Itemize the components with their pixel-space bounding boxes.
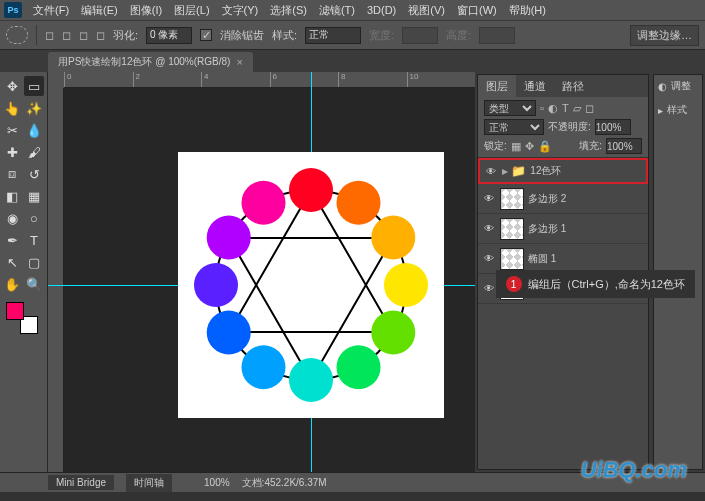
visibility-icon[interactable]: 👁: [482, 253, 496, 264]
fg-color-swatch[interactable]: [6, 302, 24, 320]
document-tab[interactable]: 用PS快速绘制12色环 @ 100%(RGB/8) ×: [48, 52, 253, 72]
layer-polygon2[interactable]: 👁 多边形 2: [478, 184, 648, 214]
filter-shape-icon[interactable]: ▱: [573, 102, 581, 115]
shape-tool[interactable]: ▢: [24, 252, 44, 272]
layer-kind[interactable]: 类型: [484, 100, 536, 116]
crop-tool[interactable]: ✂: [2, 120, 22, 140]
layer-thumb: [500, 218, 524, 240]
fill-input[interactable]: [606, 138, 642, 154]
selection-int-icon[interactable]: ◻: [96, 29, 105, 42]
ruler-horizontal: 0246810: [64, 72, 475, 88]
ruler-vertical: [48, 88, 64, 472]
svg-point-0: [216, 190, 406, 380]
selection-add-icon[interactable]: ◻: [62, 29, 71, 42]
menu-filter[interactable]: 滤镜(T): [314, 1, 360, 20]
svg-point-5: [371, 216, 415, 260]
tab-adjust[interactable]: ◐调整: [658, 79, 698, 93]
heal-tool[interactable]: ✚: [2, 142, 22, 162]
visibility-icon[interactable]: 👁: [482, 193, 496, 204]
selection-sub-icon[interactable]: ◻: [79, 29, 88, 42]
dodge-tool[interactable]: ○: [24, 208, 44, 228]
canvas-area[interactable]: 0246810: [48, 72, 475, 472]
lock-pixels-icon[interactable]: ▦: [511, 140, 521, 153]
blend-mode[interactable]: 正常: [484, 119, 544, 135]
lasso-tool[interactable]: 👆: [2, 98, 22, 118]
antialias-check[interactable]: ✓: [200, 29, 212, 41]
menu-edit[interactable]: 编辑(E): [76, 1, 123, 20]
tab-minibridge[interactable]: Mini Bridge: [48, 475, 114, 490]
filter-type-icon[interactable]: T: [562, 102, 569, 114]
color-wheel: [178, 152, 444, 418]
annotation-number: 1: [506, 276, 522, 292]
layer-name[interactable]: 多边形 2: [528, 192, 644, 206]
layer-name[interactable]: 12色环: [530, 164, 642, 178]
annotation-callout: 1 编组后（Ctrl+G）,命名为12色环: [496, 270, 695, 298]
menu-image[interactable]: 图像(I): [125, 1, 167, 20]
feather-input[interactable]: [146, 27, 192, 44]
zoom-tool[interactable]: 🔍: [24, 274, 44, 294]
history-brush[interactable]: ↺: [24, 164, 44, 184]
hand-tool[interactable]: ✋: [2, 274, 22, 294]
eyedropper-tool[interactable]: 💧: [24, 120, 44, 140]
document-title: 用PS快速绘制12色环 @ 100%(RGB/8): [58, 55, 230, 69]
width-label: 宽度:: [369, 28, 394, 43]
wand-tool[interactable]: ✨: [24, 98, 44, 118]
stamp-tool[interactable]: ⧈: [2, 164, 22, 184]
lock-all-icon[interactable]: 🔒: [538, 140, 552, 153]
filter-smart-icon[interactable]: ◻: [585, 102, 594, 115]
annotation-text: 编组后（Ctrl+G）,命名为12色环: [528, 277, 685, 292]
marquee-tool[interactable]: ▭: [24, 76, 44, 96]
lock-pos-icon[interactable]: ✥: [525, 140, 534, 153]
layer-name[interactable]: 多边形 1: [528, 222, 644, 236]
tab-layers[interactable]: 图层: [478, 75, 516, 98]
layer-group-12color[interactable]: 👁 ▸ 📁 12色环: [478, 158, 648, 184]
svg-point-12: [194, 263, 238, 307]
visibility-icon[interactable]: 👁: [484, 166, 498, 177]
color-swatches[interactable]: [6, 302, 38, 334]
artboard: [178, 152, 444, 418]
tab-timeline[interactable]: 时间轴: [126, 474, 172, 492]
tab-paths[interactable]: 路径: [554, 75, 592, 98]
tab-channels[interactable]: 通道: [516, 75, 554, 98]
style-select[interactable]: [305, 27, 361, 44]
selection-new-icon[interactable]: ◻: [45, 29, 54, 42]
antialias-label: 消除锯齿: [220, 28, 264, 43]
menu-layer[interactable]: 图层(L): [169, 1, 214, 20]
fill-label: 填充:: [579, 139, 602, 153]
svg-point-3: [289, 168, 333, 212]
menu-type[interactable]: 文字(Y): [217, 1, 264, 20]
opacity-input[interactable]: [595, 119, 631, 135]
options-bar: ◻ ◻ ◻ ◻ 羽化: ✓ 消除锯齿 样式: 宽度: 高度: 调整边缘…: [0, 20, 705, 50]
visibility-icon[interactable]: 👁: [482, 223, 496, 234]
layer-name[interactable]: 椭圆 1: [528, 252, 644, 266]
feather-label: 羽化:: [113, 28, 138, 43]
gradient-tool[interactable]: ▦: [24, 186, 44, 206]
visibility-icon[interactable]: 👁: [482, 283, 496, 294]
path-tool[interactable]: ↖: [2, 252, 22, 272]
menu-select[interactable]: 选择(S): [265, 1, 312, 20]
tab-styles[interactable]: ▸样式: [658, 103, 698, 117]
brush-tool[interactable]: 🖌: [24, 142, 44, 162]
menu-window[interactable]: 窗口(W): [452, 1, 502, 20]
layer-polygon1[interactable]: 👁 多边形 1: [478, 214, 648, 244]
zoom-level[interactable]: 100%: [204, 477, 230, 488]
eraser-tool[interactable]: ◧: [2, 186, 22, 206]
marquee-icon[interactable]: [6, 26, 28, 44]
svg-point-10: [242, 345, 286, 389]
refine-edge-button[interactable]: 调整边缘…: [630, 25, 699, 46]
styles-icon: ▸: [658, 105, 663, 116]
folder-icon[interactable]: ▸ 📁: [502, 164, 526, 178]
menu-view[interactable]: 视图(V): [403, 1, 450, 20]
menu-help[interactable]: 帮助(H): [504, 1, 551, 20]
move-tool[interactable]: ✥: [2, 76, 22, 96]
blur-tool[interactable]: ◉: [2, 208, 22, 228]
svg-point-7: [371, 311, 415, 355]
svg-point-4: [337, 181, 381, 225]
type-tool[interactable]: T: [24, 230, 44, 250]
menu-3d[interactable]: 3D(D): [362, 2, 401, 18]
menu-file[interactable]: 文件(F): [28, 1, 74, 20]
filter-img-icon[interactable]: ▫: [540, 102, 544, 114]
pen-tool[interactable]: ✒: [2, 230, 22, 250]
close-icon[interactable]: ×: [236, 56, 242, 68]
filter-adj-icon[interactable]: ◐: [548, 102, 558, 115]
